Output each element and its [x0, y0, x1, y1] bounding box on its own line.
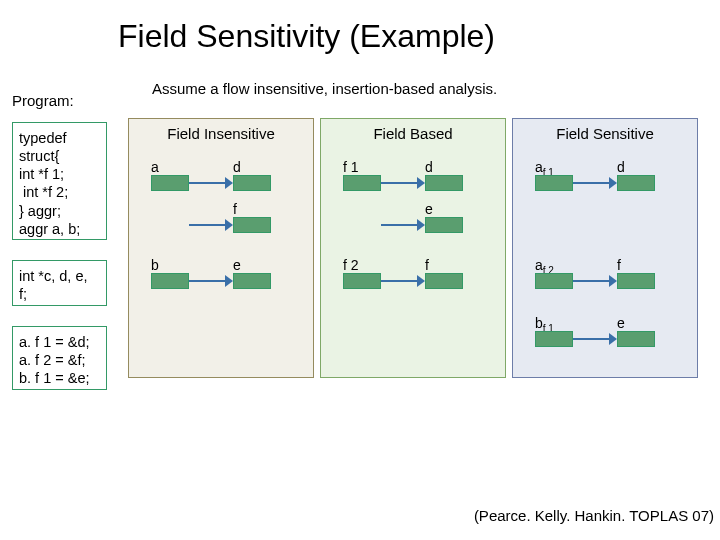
node-label: e [425, 201, 433, 217]
edge-bf1-e: bf 1 e [535, 315, 655, 347]
node-box [343, 175, 381, 191]
node-box [617, 175, 655, 191]
node-box [535, 331, 573, 347]
node-box [535, 273, 573, 289]
node-label: af 1 [535, 159, 554, 175]
panel-field-sensitive: Field Sensitive af 1 d af 2 f bf 1 e [512, 118, 698, 378]
edge-f1-e: x e [343, 201, 463, 233]
arrow-icon [189, 217, 233, 233]
code-block-decl: int *c, d, e, f; [12, 260, 107, 306]
edge-a-f: x f [151, 201, 271, 233]
edge-a-d: a d [151, 159, 271, 191]
node-box [617, 331, 655, 347]
arrow-icon [381, 273, 425, 289]
node-box [535, 175, 573, 191]
arrow-icon [189, 175, 233, 191]
node-box [343, 273, 381, 289]
code-block-typedef: typedef struct{ int *f 1; int *f 2; } ag… [12, 122, 107, 240]
node-box [617, 273, 655, 289]
edge-af1-d: af 1 d [535, 159, 655, 191]
panel-title: Field Sensitive [513, 119, 697, 144]
panel-field-insensitive: Field Insensitive a d x f b e [128, 118, 314, 378]
code-block-assign: a. f 1 = &d; a. f 2 = &f; b. f 1 = &e; [12, 326, 107, 390]
node-label: d [233, 159, 241, 175]
node-label: f [425, 257, 429, 273]
node-box [233, 217, 271, 233]
node-label: f [617, 257, 621, 273]
panels-row: Field Insensitive a d x f b e Field Base… [128, 118, 698, 378]
edge-af2-f: af 2 f [535, 257, 655, 289]
arrow-icon [573, 331, 617, 347]
edge-f1-d: f 1 d [343, 159, 463, 191]
node-label: b [151, 257, 159, 273]
node-label: f [233, 201, 237, 217]
arrow-icon [573, 273, 617, 289]
edge-f2-f: f 2 f [343, 257, 463, 289]
program-label: Program: [12, 92, 74, 109]
node-box [425, 175, 463, 191]
citation-text: (Pearce. Kelly. Hankin. TOPLAS 07) [474, 507, 714, 524]
node-label: d [425, 159, 433, 175]
node-box [233, 175, 271, 191]
node-label: e [233, 257, 241, 273]
node-label: a [151, 159, 159, 175]
slide-title: Field Sensitivity (Example) [0, 0, 720, 55]
assumption-text: Assume a flow insensitive, insertion-bas… [152, 80, 497, 97]
node-box [151, 175, 189, 191]
panel-title: Field Insensitive [129, 119, 313, 144]
node-label: f 2 [343, 257, 359, 273]
node-label: d [617, 159, 625, 175]
node-label: e [617, 315, 625, 331]
node-label: f 1 [343, 159, 359, 175]
panel-title: Field Based [321, 119, 505, 144]
node-label: bf 1 [535, 315, 554, 331]
arrow-icon [573, 175, 617, 191]
arrow-icon [381, 175, 425, 191]
node-box [233, 273, 271, 289]
node-label: af 2 [535, 257, 554, 273]
arrow-icon [381, 217, 425, 233]
edge-b-e: b e [151, 257, 271, 289]
node-box [425, 273, 463, 289]
panel-field-based: Field Based f 1 d x e f 2 f [320, 118, 506, 378]
node-box [151, 273, 189, 289]
node-box [425, 217, 463, 233]
arrow-icon [189, 273, 233, 289]
